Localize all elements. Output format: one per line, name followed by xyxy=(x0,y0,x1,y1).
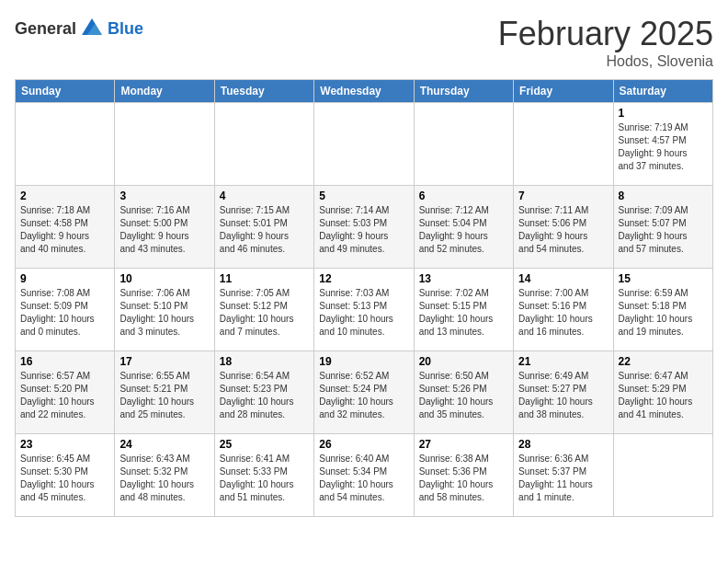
title-block: February 2025 Hodos, Slovenia xyxy=(498,15,713,70)
logo-blue-text: Blue xyxy=(108,19,143,39)
weekday-header-thursday: Thursday xyxy=(414,80,513,103)
day-cell: 17Sunrise: 6:55 AM Sunset: 5:21 PM Dayli… xyxy=(115,351,214,434)
day-cell: 25Sunrise: 6:41 AM Sunset: 5:33 PM Dayli… xyxy=(214,434,313,517)
day-info: Sunrise: 7:05 AM Sunset: 5:12 PM Dayligh… xyxy=(220,287,309,339)
day-cell: 8Sunrise: 7:09 AM Sunset: 5:07 PM Daylig… xyxy=(613,186,712,269)
weekday-header-saturday: Saturday xyxy=(613,80,712,103)
weekday-header-friday: Friday xyxy=(514,80,613,103)
day-cell: 27Sunrise: 6:38 AM Sunset: 5:36 PM Dayli… xyxy=(414,434,513,517)
week-row-2: 2Sunrise: 7:18 AM Sunset: 4:58 PM Daylig… xyxy=(16,186,713,269)
day-number: 26 xyxy=(319,438,408,451)
day-number: 13 xyxy=(419,272,508,285)
day-number: 11 xyxy=(220,272,309,285)
day-number: 16 xyxy=(20,355,109,368)
day-number: 20 xyxy=(419,355,508,368)
day-info: Sunrise: 6:41 AM Sunset: 5:33 PM Dayligh… xyxy=(220,453,309,504)
day-cell xyxy=(214,103,313,186)
day-cell: 1Sunrise: 7:19 AM Sunset: 4:57 PM Daylig… xyxy=(613,103,712,186)
day-cell xyxy=(314,103,414,186)
day-cell: 20Sunrise: 6:50 AM Sunset: 5:26 PM Dayli… xyxy=(414,351,513,434)
day-info: Sunrise: 7:19 AM Sunset: 4:57 PM Dayligh… xyxy=(619,121,708,173)
day-cell: 24Sunrise: 6:43 AM Sunset: 5:32 PM Dayli… xyxy=(115,434,214,517)
day-number: 6 xyxy=(419,190,508,202)
day-info: Sunrise: 7:00 AM Sunset: 5:16 PM Dayligh… xyxy=(518,287,608,339)
day-cell: 16Sunrise: 6:57 AM Sunset: 5:20 PM Dayli… xyxy=(16,351,115,434)
logo-icon xyxy=(78,15,106,42)
day-cell: 23Sunrise: 6:45 AM Sunset: 5:30 PM Dayli… xyxy=(16,434,115,517)
day-cell xyxy=(514,103,613,186)
page-header: General Blue February 2025 Hodos, Sloven… xyxy=(15,15,713,70)
day-cell: 2Sunrise: 7:18 AM Sunset: 4:58 PM Daylig… xyxy=(16,186,115,269)
day-info: Sunrise: 6:47 AM Sunset: 5:29 PM Dayligh… xyxy=(619,370,708,421)
day-number: 18 xyxy=(220,355,309,368)
day-info: Sunrise: 6:43 AM Sunset: 5:32 PM Dayligh… xyxy=(119,453,209,504)
day-info: Sunrise: 7:03 AM Sunset: 5:13 PM Dayligh… xyxy=(319,287,408,339)
day-cell: 13Sunrise: 7:02 AM Sunset: 5:15 PM Dayli… xyxy=(414,269,513,351)
day-cell xyxy=(613,434,712,517)
day-cell: 5Sunrise: 7:14 AM Sunset: 5:03 PM Daylig… xyxy=(314,186,414,269)
weekday-header-row: SundayMondayTuesdayWednesdayThursdayFrid… xyxy=(16,80,713,103)
day-cell xyxy=(115,103,214,186)
day-number: 15 xyxy=(619,272,708,285)
day-info: Sunrise: 6:50 AM Sunset: 5:26 PM Dayligh… xyxy=(419,370,508,421)
day-cell: 3Sunrise: 7:16 AM Sunset: 5:00 PM Daylig… xyxy=(115,186,214,269)
day-number: 12 xyxy=(319,272,408,285)
day-info: Sunrise: 7:11 AM Sunset: 5:06 PM Dayligh… xyxy=(518,204,608,256)
month-year-title: February 2025 xyxy=(498,15,713,53)
day-number: 2 xyxy=(20,190,109,202)
day-info: Sunrise: 6:45 AM Sunset: 5:30 PM Dayligh… xyxy=(20,453,109,504)
day-number: 24 xyxy=(119,438,209,451)
day-info: Sunrise: 7:18 AM Sunset: 4:58 PM Dayligh… xyxy=(20,204,109,256)
day-cell: 4Sunrise: 7:15 AM Sunset: 5:01 PM Daylig… xyxy=(214,186,313,269)
day-info: Sunrise: 6:55 AM Sunset: 5:21 PM Dayligh… xyxy=(119,370,209,421)
day-number: 5 xyxy=(319,190,408,202)
day-cell: 14Sunrise: 7:00 AM Sunset: 5:16 PM Dayli… xyxy=(514,269,613,351)
week-row-4: 16Sunrise: 6:57 AM Sunset: 5:20 PM Dayli… xyxy=(16,351,713,434)
week-row-1: 1Sunrise: 7:19 AM Sunset: 4:57 PM Daylig… xyxy=(16,103,713,186)
day-cell: 9Sunrise: 7:08 AM Sunset: 5:09 PM Daylig… xyxy=(16,269,115,351)
day-cell: 10Sunrise: 7:06 AM Sunset: 5:10 PM Dayli… xyxy=(115,269,214,351)
day-info: Sunrise: 6:36 AM Sunset: 5:37 PM Dayligh… xyxy=(518,453,608,504)
day-info: Sunrise: 7:12 AM Sunset: 5:04 PM Dayligh… xyxy=(419,204,508,256)
day-info: Sunrise: 7:14 AM Sunset: 5:03 PM Dayligh… xyxy=(319,204,408,256)
day-cell: 15Sunrise: 6:59 AM Sunset: 5:18 PM Dayli… xyxy=(613,269,712,351)
logo-general-text: General xyxy=(15,19,76,39)
day-info: Sunrise: 7:16 AM Sunset: 5:00 PM Dayligh… xyxy=(119,204,209,256)
day-cell: 22Sunrise: 6:47 AM Sunset: 5:29 PM Dayli… xyxy=(613,351,712,434)
day-number: 27 xyxy=(419,438,508,451)
day-info: Sunrise: 6:54 AM Sunset: 5:23 PM Dayligh… xyxy=(220,370,309,421)
day-number: 19 xyxy=(319,355,408,368)
day-cell: 12Sunrise: 7:03 AM Sunset: 5:13 PM Dayli… xyxy=(314,269,414,351)
day-number: 4 xyxy=(220,190,309,202)
day-cell xyxy=(414,103,513,186)
day-cell: 26Sunrise: 6:40 AM Sunset: 5:34 PM Dayli… xyxy=(314,434,414,517)
week-row-3: 9Sunrise: 7:08 AM Sunset: 5:09 PM Daylig… xyxy=(16,269,713,351)
day-info: Sunrise: 6:49 AM Sunset: 5:27 PM Dayligh… xyxy=(518,370,608,421)
day-number: 22 xyxy=(619,355,708,368)
day-info: Sunrise: 7:06 AM Sunset: 5:10 PM Dayligh… xyxy=(119,287,209,339)
day-info: Sunrise: 6:38 AM Sunset: 5:36 PM Dayligh… xyxy=(419,453,508,504)
weekday-header-wednesday: Wednesday xyxy=(314,80,414,103)
day-cell: 7Sunrise: 7:11 AM Sunset: 5:06 PM Daylig… xyxy=(514,186,613,269)
day-number: 14 xyxy=(518,272,608,285)
day-cell: 21Sunrise: 6:49 AM Sunset: 5:27 PM Dayli… xyxy=(514,351,613,434)
day-number: 23 xyxy=(20,438,109,451)
day-number: 17 xyxy=(119,355,209,368)
day-number: 21 xyxy=(518,355,608,368)
day-number: 9 xyxy=(20,272,109,285)
day-number: 1 xyxy=(619,107,708,120)
day-info: Sunrise: 7:15 AM Sunset: 5:01 PM Dayligh… xyxy=(220,204,309,256)
day-info: Sunrise: 6:57 AM Sunset: 5:20 PM Dayligh… xyxy=(20,370,109,421)
day-info: Sunrise: 6:52 AM Sunset: 5:24 PM Dayligh… xyxy=(319,370,408,421)
day-number: 25 xyxy=(220,438,309,451)
day-info: Sunrise: 6:59 AM Sunset: 5:18 PM Dayligh… xyxy=(619,287,708,339)
day-number: 10 xyxy=(119,272,209,285)
weekday-header-sunday: Sunday xyxy=(16,80,115,103)
day-cell: 19Sunrise: 6:52 AM Sunset: 5:24 PM Dayli… xyxy=(314,351,414,434)
calendar-table: SundayMondayTuesdayWednesdayThursdayFrid… xyxy=(15,79,713,517)
day-number: 7 xyxy=(518,190,608,202)
logo: General Blue xyxy=(15,15,143,42)
day-info: Sunrise: 6:40 AM Sunset: 5:34 PM Dayligh… xyxy=(319,453,408,504)
day-number: 3 xyxy=(119,190,209,202)
day-info: Sunrise: 7:09 AM Sunset: 5:07 PM Dayligh… xyxy=(619,204,708,256)
